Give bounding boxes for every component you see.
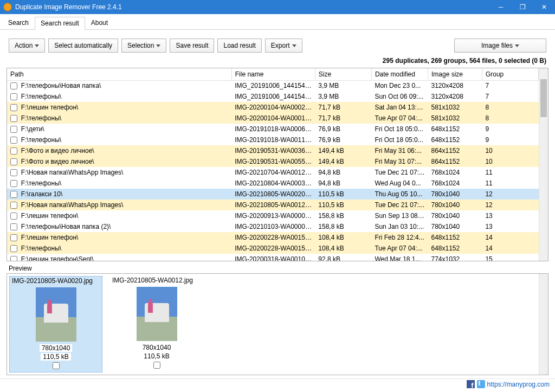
row-checkbox[interactable] — [10, 180, 17, 187]
table-scrollbar[interactable] — [539, 68, 548, 261]
table-row[interactable]: F:\телефоны\IMG-20210804-WA0003....94,8 … — [7, 178, 539, 189]
preview-thumbnail — [137, 287, 177, 341]
close-button[interactable]: ✕ — [533, 0, 555, 14]
save-result-button[interactable]: Save result — [170, 38, 214, 53]
row-checkbox[interactable] — [10, 115, 17, 122]
table-row[interactable]: F:\дети\IMG-20191018-WA0006....76,9 kBFr… — [7, 124, 539, 134]
website-link[interactable]: https://manyprog.com — [487, 381, 550, 388]
row-checkbox[interactable] — [10, 126, 17, 133]
row-checkbox[interactable] — [10, 202, 17, 209]
results-table: Path File name Size Date modified Image … — [7, 68, 548, 261]
select-automatically-button[interactable]: Select automatically — [48, 38, 118, 53]
twitter-icon[interactable] — [477, 380, 485, 388]
tab-search-result[interactable]: Search result — [35, 17, 85, 30]
row-checkbox[interactable] — [10, 93, 17, 100]
row-checkbox[interactable] — [10, 191, 17, 198]
table-row[interactable]: F:\телефоны\IMG-20200228-WA0015....108,4… — [7, 243, 539, 254]
col-group[interactable]: Group — [482, 68, 538, 80]
app-icon — [3, 3, 12, 11]
col-file[interactable]: File name — [231, 68, 315, 80]
row-checkbox[interactable] — [10, 169, 17, 176]
caret-icon — [292, 44, 296, 47]
caret-icon — [156, 44, 160, 47]
window-title: Duplicate Image Remover Free 2.4.1 — [15, 3, 490, 11]
preview-card[interactable]: IMG-20210805-WA0012.jpg780x1040110,5 kB — [110, 276, 203, 372]
table-row[interactable]: F:\телефоны\IMG_20191006_144154.jpg3,9 M… — [7, 91, 539, 102]
preview-card[interactable]: IMG-20210805-WA0020.jpg780x1040110,5 kB — [9, 276, 102, 372]
preview-thumbnail — [36, 287, 76, 342]
preview-size: 110,5 kB — [41, 353, 70, 361]
table-row[interactable]: F:\галакси 10\IMG-20210805-WA0020....110… — [7, 189, 539, 200]
action-button[interactable]: Action — [9, 38, 45, 53]
toolbar: Action Select automatically Selection Sa… — [0, 30, 555, 57]
row-checkbox[interactable] — [10, 256, 17, 261]
preview-filename: IMG-20210805-WA0020.jpg — [10, 277, 102, 285]
tab-search[interactable]: Search — [2, 16, 35, 29]
table-row[interactable]: F:\лешин телефон\IMG-20200104-WA0002....… — [7, 102, 539, 113]
row-checkbox[interactable] — [10, 104, 17, 111]
row-checkbox[interactable] — [10, 223, 17, 230]
row-checkbox[interactable] — [10, 137, 17, 144]
selection-button[interactable]: Selection — [121, 38, 166, 53]
table-row[interactable]: F:\телефоны\Новая папка\IMG_20191006_144… — [7, 80, 539, 91]
table-row[interactable]: F:\лешин телефон\Sent\IMG-20200318-WA001… — [7, 254, 539, 261]
preview-checkbox[interactable] — [53, 362, 60, 369]
preview-filename: IMG-20210805-WA0012.jpg — [110, 276, 203, 285]
row-checkbox[interactable] — [10, 245, 17, 252]
facebook-icon[interactable] — [467, 380, 475, 388]
preview-dimensions: 780x1040 — [40, 344, 73, 352]
export-button[interactable]: Export — [265, 38, 302, 53]
preview-panel: IMG-20210805-WA0020.jpg780x1040110,5 kBI… — [7, 273, 548, 375]
preview-label: Preview — [9, 265, 555, 272]
minimize-button[interactable]: ─ — [490, 0, 512, 14]
table-row[interactable]: F:\лешин телефон\IMG-20200913-WA0000....… — [7, 210, 539, 221]
table-row[interactable]: F:\Новая папка\WhatsApp Images\IMG-20210… — [7, 200, 539, 210]
col-imgsize[interactable]: Image size — [428, 68, 482, 80]
titlebar: Duplicate Image Remover Free 2.4.1 ─ ❐ ✕ — [0, 0, 555, 14]
caret-icon — [35, 44, 39, 47]
table-row[interactable]: F:\телефоны\IMG-20200104-WA0001....71,7 … — [7, 113, 539, 124]
load-result-button[interactable]: Load result — [217, 38, 261, 53]
col-size[interactable]: Size — [315, 68, 371, 80]
row-checkbox[interactable] — [10, 234, 17, 241]
row-checkbox[interactable] — [10, 213, 17, 220]
tab-about[interactable]: About — [85, 16, 114, 29]
row-checkbox[interactable] — [10, 147, 17, 155]
image-files-button[interactable]: Image files — [454, 38, 546, 53]
tab-bar: Search Search result About — [0, 14, 555, 30]
row-checkbox[interactable] — [10, 82, 17, 89]
row-checkbox[interactable] — [10, 158, 17, 165]
table-row[interactable]: F:\телефоны\IMG-20191018-WA0011....76,9 … — [7, 134, 539, 145]
footer: https://manyprog.com — [0, 378, 555, 389]
maximize-button[interactable]: ❐ — [512, 0, 533, 14]
caret-icon — [515, 44, 519, 47]
status-text: 295 duplicates, 269 groups, 564 files, 0… — [0, 57, 555, 68]
col-date[interactable]: Date modified — [371, 68, 428, 80]
preview-scrollbar[interactable] — [539, 274, 548, 375]
table-row[interactable]: F:\телефоны\Новая папка (2)\IMG-20210103… — [7, 221, 539, 232]
table-row[interactable]: F:\Фото и видео личное\IMG-20190531-WA00… — [7, 145, 539, 156]
preview-checkbox[interactable] — [153, 362, 160, 369]
table-row[interactable]: F:\лешин телефон\IMG-20200228-WA0015....… — [7, 232, 539, 243]
preview-dimensions: 780x1040 — [140, 344, 173, 351]
table-row[interactable]: F:\Фото и видео личное\IMG-20190531-WA00… — [7, 156, 539, 167]
preview-size: 110,5 kB — [141, 352, 171, 360]
col-path[interactable]: Path — [7, 68, 231, 80]
table-row[interactable]: F:\Новая папка\WhatsApp Images\IMG-20210… — [7, 167, 539, 178]
